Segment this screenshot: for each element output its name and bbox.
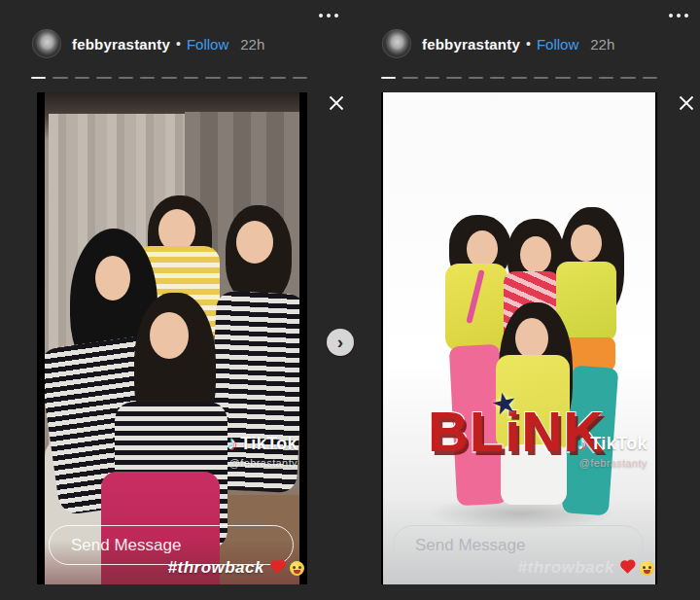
progress-segment xyxy=(96,77,111,79)
tiktok-handle: @febrastanty xyxy=(578,457,648,469)
tiktok-handle: @febrastanty xyxy=(228,457,298,469)
tiktok-watermark: ♪TikTok @febrastanty xyxy=(578,433,648,469)
avatar[interactable] xyxy=(32,29,61,58)
story-media[interactable]: ♪TikTok @febrastanty #throwback xyxy=(37,92,307,584)
progress-segment xyxy=(249,77,263,79)
star-icon: ★ xyxy=(488,386,521,420)
progress-segment xyxy=(469,77,483,79)
close-button[interactable] xyxy=(677,93,696,113)
dot-icon xyxy=(327,14,331,18)
person-face xyxy=(236,221,273,264)
close-button[interactable] xyxy=(327,93,346,113)
progress-segment xyxy=(381,77,396,79)
person-face xyxy=(150,312,189,359)
follow-button[interactable]: Follow xyxy=(187,36,228,53)
more-options-button[interactable] xyxy=(315,10,342,21)
story-caption: #throwback xyxy=(168,558,304,578)
tiktok-watermark: ♪TikTok @febrastanty xyxy=(228,433,298,469)
zany-face-emoji xyxy=(640,561,654,576)
tiktok-brand: TikTok xyxy=(240,434,298,453)
follow-button[interactable]: Follow xyxy=(537,36,578,53)
username[interactable]: febbyrastanty xyxy=(422,36,520,53)
progress-segment xyxy=(31,77,46,79)
dot-icon xyxy=(677,14,681,18)
person-face xyxy=(515,318,548,359)
progress-segment xyxy=(534,77,548,79)
red-heart-emoji xyxy=(621,561,634,574)
tiktok-brand: TikTok xyxy=(590,434,648,453)
progress-segment xyxy=(643,77,657,79)
hashtag-text: #throwback xyxy=(518,558,614,578)
avatar[interactable] xyxy=(382,29,411,58)
dot-icon xyxy=(669,14,673,18)
red-heart-emoji xyxy=(271,561,284,574)
progress-segment xyxy=(402,77,417,79)
timestamp: 22h xyxy=(590,36,614,53)
progress-segment xyxy=(490,77,505,79)
chevron-right-icon: › xyxy=(337,333,343,351)
progress-segment xyxy=(446,77,461,79)
dot-icon xyxy=(684,14,688,18)
progress-segment xyxy=(270,77,285,79)
story-photo xyxy=(45,92,299,584)
person-face xyxy=(571,225,602,262)
story-header: febbyrastanty • Follow 22h xyxy=(32,29,311,58)
person-face xyxy=(520,236,551,273)
story-progress-bar xyxy=(381,77,657,79)
progress-segment xyxy=(119,77,133,79)
progress-segment xyxy=(511,77,526,79)
person-face xyxy=(95,256,130,300)
progress-segment xyxy=(184,77,198,79)
progress-segment xyxy=(293,77,307,79)
timestamp: 22h xyxy=(240,36,264,53)
dot-icon xyxy=(334,14,338,18)
header-separator: • xyxy=(526,36,531,52)
progress-segment xyxy=(599,77,613,79)
stories-viewer: febbyrastanty • Follow 22h xyxy=(0,0,700,600)
music-note-icon: ♪ xyxy=(228,433,237,453)
progress-segment xyxy=(52,77,67,79)
story-progress-bar xyxy=(31,77,307,79)
more-options-button[interactable] xyxy=(665,10,692,21)
progress-segment xyxy=(555,77,570,79)
header-separator: • xyxy=(176,36,181,52)
progress-segment xyxy=(425,77,439,79)
person-face xyxy=(467,230,498,267)
next-story-button[interactable]: › xyxy=(327,329,354,356)
progress-segment xyxy=(228,77,242,79)
music-note-icon: ♪ xyxy=(578,433,587,453)
close-icon xyxy=(329,95,344,111)
story-photo: BLiNK ★ xyxy=(383,92,655,584)
story-media[interactable]: BLiNK ★ ♪TikTok @febrastanty #throwback xyxy=(381,92,657,584)
progress-segment xyxy=(205,77,220,79)
story-header: febbyrastanty • Follow 22h xyxy=(382,29,661,58)
story-panel-right: febbyrastanty • Follow 22h xyxy=(350,0,700,600)
story-panel-left: febbyrastanty • Follow 22h xyxy=(0,0,350,600)
progress-segment xyxy=(620,77,635,79)
progress-segment xyxy=(578,77,592,79)
progress-segment xyxy=(161,77,176,79)
zany-face-emoji xyxy=(290,561,304,576)
username[interactable]: febbyrastanty xyxy=(72,36,170,53)
close-icon xyxy=(679,95,694,111)
progress-segment xyxy=(140,77,155,79)
progress-segment xyxy=(75,77,89,79)
story-caption: #throwback xyxy=(518,558,654,578)
dot-icon xyxy=(319,14,323,18)
hashtag-text: #throwback xyxy=(168,558,264,578)
